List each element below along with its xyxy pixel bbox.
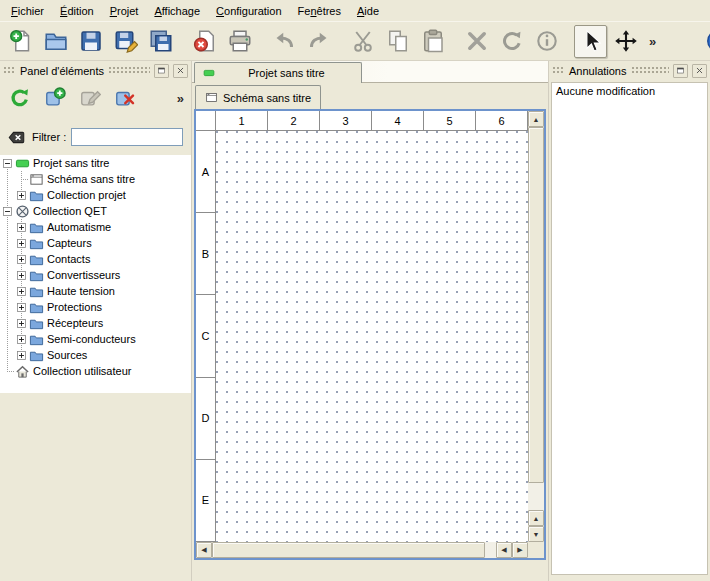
float-icon	[676, 66, 685, 75]
tree-item-collection-qet[interactable]: Collection QET	[0, 203, 191, 219]
tree-item-protections[interactable]: Protections	[0, 299, 191, 315]
edit-element-button	[74, 82, 106, 114]
scroll-left-button[interactable]	[496, 542, 512, 558]
menu-item-configuration[interactable]: Configuration	[208, 2, 289, 20]
reload-collections-button[interactable]	[4, 82, 36, 114]
horizontal-scrollbar[interactable]	[196, 542, 528, 558]
open-file-button[interactable]	[39, 25, 72, 58]
scroll-right-button[interactable]	[512, 542, 528, 558]
dock-drag-handle[interactable]	[631, 66, 670, 75]
about-qet-button[interactable]	[701, 25, 710, 58]
undo-list-item[interactable]: Aucune modification	[552, 83, 707, 99]
vertical-scroll-thumb[interactable]	[528, 127, 544, 483]
close-panel-button[interactable]	[173, 64, 188, 78]
tree-item-automatisme[interactable]: Automatisme	[0, 219, 191, 235]
dock-drag-handle[interactable]	[3, 66, 16, 75]
menu-item-edition[interactable]: Édition	[52, 2, 102, 20]
clear-filter-button[interactable]	[5, 126, 27, 148]
tree-expander[interactable]	[14, 347, 28, 363]
tree-item-semi-conducteurs[interactable]: Semi-conducteurs	[0, 331, 191, 347]
menu-item-fichier[interactable]: Fichier	[3, 2, 52, 20]
tree-guide	[0, 283, 14, 299]
tree-item-convertisseurs[interactable]: Convertisseurs	[0, 267, 191, 283]
expand-plus-icon	[17, 223, 26, 232]
menu-item-aide[interactable]: Aide	[349, 2, 387, 20]
tree-item-label: Automatisme	[47, 221, 111, 233]
tree-item-haute-tension[interactable]: Haute tension	[0, 283, 191, 299]
tree-expander[interactable]	[14, 283, 28, 299]
new-file-button[interactable]	[4, 25, 37, 58]
scroll-left-button[interactable]	[196, 542, 212, 558]
folder-blue-icon	[29, 332, 44, 347]
tree-item-recepteurs[interactable]: Récepteurs	[0, 315, 191, 331]
tree-guide	[0, 235, 14, 251]
close-panel-button[interactable]	[692, 64, 707, 78]
tree-item-contacts[interactable]: Contacts	[0, 251, 191, 267]
tree-expander[interactable]	[14, 251, 28, 267]
filter-input[interactable]	[71, 128, 183, 146]
tree-guide	[0, 267, 14, 283]
clear-filter-icon	[8, 129, 25, 146]
horizontal-scroll-thumb[interactable]	[212, 542, 485, 558]
row-segment: C	[196, 295, 215, 377]
dock-drag-handle[interactable]	[552, 66, 565, 75]
tree-item-sources[interactable]: Sources	[0, 347, 191, 363]
tab-project[interactable]: Projet sans titre	[194, 62, 362, 83]
menu-bar: FichierÉditionProjetAffichageConfigurati…	[0, 0, 710, 21]
tree-item-label: Collection utilisateur	[33, 365, 131, 377]
column-label: 2	[290, 115, 296, 127]
vertical-scroll-track[interactable]	[528, 127, 544, 510]
save-all-button[interactable]	[144, 25, 177, 58]
close-file-button[interactable]	[188, 25, 221, 58]
save-as-button[interactable]	[109, 25, 142, 58]
column-label: 5	[446, 115, 452, 127]
scroll-up-button[interactable]	[528, 111, 544, 127]
horizontal-scroll-track[interactable]	[212, 542, 496, 558]
column-label: 3	[342, 115, 348, 127]
menu-item-fenetres[interactable]: Fenêtres	[290, 2, 349, 20]
expand-plus-icon	[17, 319, 26, 328]
float-panel-button[interactable]	[154, 64, 169, 78]
folder-blue-icon	[29, 252, 44, 267]
tree-expander[interactable]	[14, 267, 28, 283]
tree-expander[interactable]	[0, 155, 14, 171]
tree-guide	[0, 299, 14, 315]
selection-mode-button[interactable]	[574, 25, 607, 58]
tree-expander[interactable]	[14, 235, 28, 251]
tree-item-capteurs[interactable]: Capteurs	[0, 235, 191, 251]
panel-toolbar-overflow-button[interactable]: »	[177, 91, 184, 106]
dock-drag-handle[interactable]	[108, 66, 150, 75]
tree-item-label: Capteurs	[47, 237, 92, 249]
new-element-button[interactable]	[39, 82, 71, 114]
tree-expander[interactable]	[14, 219, 28, 235]
schema-canvas[interactable]	[216, 131, 528, 542]
menu-item-affichage[interactable]: Affichage	[146, 2, 208, 20]
tree-expander[interactable]	[14, 187, 28, 203]
toolbar-separator	[565, 28, 572, 54]
vertical-scrollbar[interactable]	[528, 111, 544, 542]
tree-item-label: Protections	[47, 301, 102, 313]
visualisation-mode-button[interactable]	[609, 25, 642, 58]
menu-item-projet[interactable]: Projet	[102, 2, 147, 20]
tree-expander[interactable]	[14, 315, 28, 331]
tree-guide	[0, 219, 14, 235]
expand-plus-icon	[17, 287, 26, 296]
tree-expander[interactable]	[14, 331, 28, 347]
delete-element-button[interactable]	[109, 82, 141, 114]
save-button[interactable]	[74, 25, 107, 58]
schema-tab-bar: Schéma sans titre	[192, 83, 548, 109]
toolbar-overflow-button[interactable]: »	[644, 25, 661, 58]
scroll-up-button[interactable]	[528, 510, 544, 526]
tree-expander[interactable]	[0, 203, 14, 219]
tree-item-collection-utilisateur[interactable]: Collection utilisateur	[0, 363, 191, 379]
tree-item-collection-projet[interactable]: Collection projet	[0, 187, 191, 203]
float-panel-button[interactable]	[673, 64, 688, 78]
column-label: 4	[394, 115, 400, 127]
tree-expander[interactable]	[14, 299, 28, 315]
tab-schema[interactable]: Schéma sans titre	[195, 85, 321, 109]
scroll-down-button[interactable]	[528, 526, 544, 542]
qet-emblem-icon	[15, 204, 30, 219]
tree-item-schema-sans-titre[interactable]: Schéma sans titre	[0, 171, 191, 187]
tree-item-projet-sans-titre[interactable]: Projet sans titre	[0, 155, 191, 171]
print-button[interactable]	[223, 25, 256, 58]
